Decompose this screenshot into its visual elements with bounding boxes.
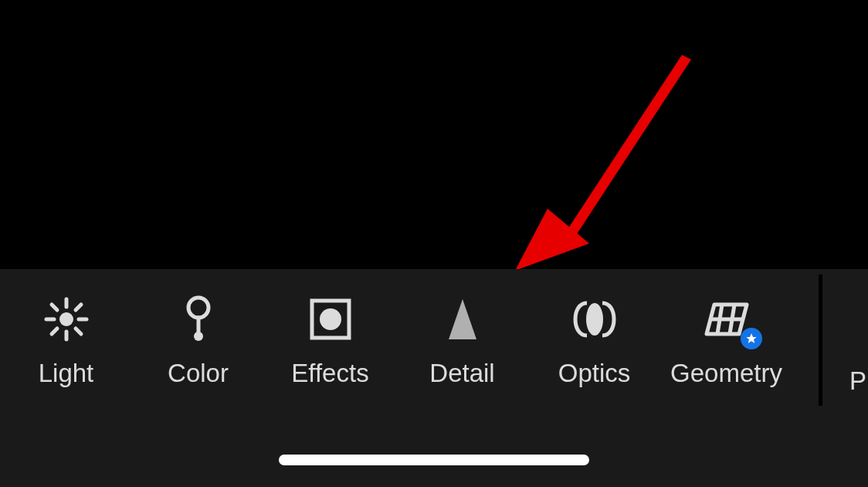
detail-icon xyxy=(446,292,480,346)
tool-geometry[interactable]: Geometry xyxy=(660,292,792,388)
tool-strip[interactable]: Light Color Effects xyxy=(0,269,819,408)
geometry-icon xyxy=(704,292,750,346)
svg-point-11 xyxy=(188,298,209,318)
tool-detail[interactable]: Detail xyxy=(396,292,528,388)
svg-line-21 xyxy=(730,305,734,334)
home-indicator[interactable] xyxy=(279,455,589,465)
color-icon xyxy=(183,292,214,346)
toolbar-divider xyxy=(819,274,822,406)
svg-line-20 xyxy=(717,305,722,334)
svg-point-17 xyxy=(586,303,603,335)
tool-partial-next[interactable]: Pr xyxy=(826,269,868,408)
svg-line-8 xyxy=(76,329,81,334)
tool-label: Geometry xyxy=(670,359,782,388)
light-icon xyxy=(42,292,91,346)
tool-label: Pr xyxy=(849,366,868,396)
annotation-arrow xyxy=(506,50,707,282)
tool-optics[interactable]: Optics xyxy=(528,292,660,388)
tool-label: Effects xyxy=(291,359,368,388)
tool-effects[interactable]: Effects xyxy=(264,292,396,388)
premium-badge-icon xyxy=(741,328,762,349)
svg-line-10 xyxy=(52,329,57,334)
tool-color[interactable]: Color xyxy=(132,292,264,388)
svg-point-13 xyxy=(194,332,203,341)
effects-icon xyxy=(310,292,351,346)
svg-line-7 xyxy=(52,305,57,310)
image-preview-area xyxy=(0,0,868,269)
tool-label: Light xyxy=(39,359,94,388)
tool-label: Color xyxy=(168,359,229,388)
tool-label: Optics xyxy=(558,359,631,388)
svg-marker-22 xyxy=(746,333,756,343)
svg-line-9 xyxy=(76,305,81,310)
svg-point-15 xyxy=(320,308,341,330)
svg-marker-1 xyxy=(515,209,589,271)
svg-point-2 xyxy=(59,312,73,326)
optics-icon xyxy=(573,292,616,346)
svg-marker-16 xyxy=(449,299,476,339)
tool-label: Detail xyxy=(429,359,494,388)
svg-marker-0 xyxy=(555,55,691,253)
tool-light[interactable]: Light xyxy=(0,292,132,388)
